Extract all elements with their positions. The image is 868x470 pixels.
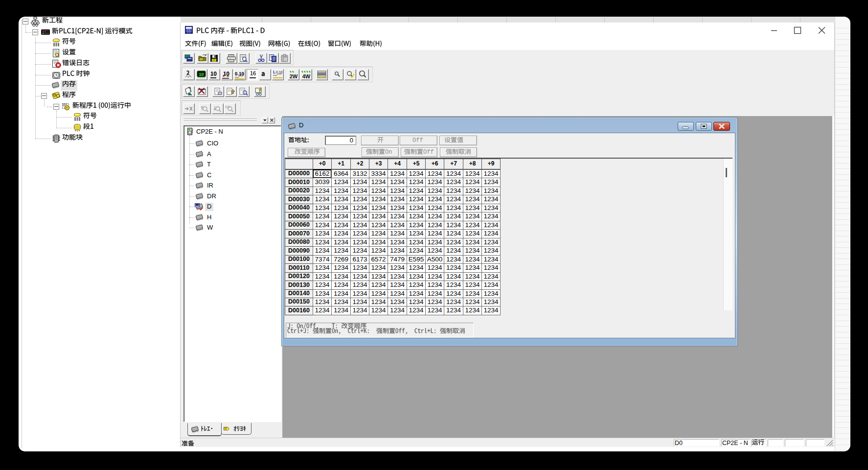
svg-text:00: 00 bbox=[225, 105, 229, 109]
svg-text:2W: 2W bbox=[290, 73, 298, 79]
svg-text:10: 10 bbox=[199, 72, 204, 77]
svg-text:X: X bbox=[189, 106, 193, 112]
svg-text:L: L bbox=[273, 70, 275, 74]
svg-text:4W: 4W bbox=[302, 73, 311, 79]
